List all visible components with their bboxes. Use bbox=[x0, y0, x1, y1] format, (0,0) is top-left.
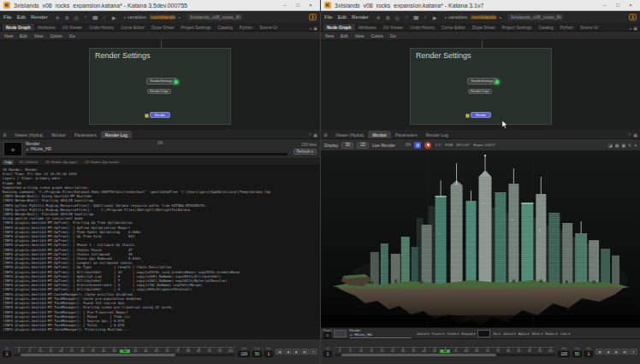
menu-item[interactable]: Render bbox=[352, 15, 369, 20]
message-badge[interactable]: 1 bbox=[629, 14, 637, 21]
log-subtab[interactable]: 2D Nodes (by name) bbox=[82, 160, 121, 165]
main-tab[interactable]: Dope Sheet bbox=[148, 24, 177, 31]
footer-dropdown[interactable]: Color ▾ bbox=[560, 332, 570, 336]
loop-button[interactable]: ↻ bbox=[310, 349, 317, 355]
main-tab[interactable]: Python bbox=[236, 24, 257, 31]
main-tab[interactable]: UV Viewer bbox=[380, 24, 407, 31]
go-start-button[interactable]: |◀ bbox=[276, 349, 283, 355]
flipbook-icon[interactable]: ↻ bbox=[628, 143, 631, 148]
search-icon[interactable]: ◎ bbox=[394, 15, 401, 21]
footer-dropdown[interactable]: default ▾ bbox=[503, 332, 515, 336]
play-button[interactable]: ▶ bbox=[613, 349, 620, 355]
in-frame-field[interactable]: 1 bbox=[323, 351, 332, 357]
timeline-scrollbar[interactable] bbox=[335, 354, 555, 356]
nodegraph-menu-item[interactable]: Edit bbox=[20, 33, 27, 38]
nodegraph-menu-item[interactable]: Go bbox=[69, 33, 75, 38]
footer-dropdown[interactable]: default ▾ bbox=[417, 332, 429, 336]
log-subtab[interactable]: Log bbox=[3, 160, 14, 165]
snapshot-icon[interactable]: ▣ bbox=[622, 143, 626, 148]
step-back-button[interactable]: ◀ bbox=[604, 349, 612, 355]
variables-dropdown[interactable]: ▾ variables: numIslands ▾ bbox=[124, 15, 181, 20]
footer-dropdown[interactable]: Expand ▾ bbox=[462, 332, 476, 336]
live-render-label[interactable]: Live Render bbox=[372, 143, 395, 148]
up-arrow-icon[interactable]: ↑ bbox=[82, 15, 90, 21]
pane-tab[interactable]: Monitor bbox=[47, 131, 70, 138]
slash-icon[interactable]: ∕ bbox=[101, 15, 109, 21]
nodegraph-menu-item[interactable]: New bbox=[325, 33, 334, 38]
in-frame-field[interactable]: 1 bbox=[3, 351, 11, 357]
play-icon[interactable]: ▶ bbox=[110, 15, 118, 21]
up-arrow-icon[interactable]: ↑ bbox=[403, 15, 411, 21]
pane-tab[interactable]: Parameters bbox=[70, 131, 101, 138]
step-back-button[interactable]: ◀ bbox=[284, 349, 292, 355]
fstop-field[interactable]: f/8 0.00* bbox=[456, 143, 470, 147]
current-frame-field[interactable]: 50 bbox=[572, 351, 582, 357]
rendersettings-node[interactable]: RenderSettings bbox=[467, 78, 497, 85]
refresh-button[interactable]: Refresh ▾ bbox=[293, 149, 317, 155]
log-subtab[interactable]: 2D Nodes (by type) bbox=[43, 160, 80, 165]
gear-icon[interactable]: ⚙ bbox=[384, 15, 392, 21]
nodegraph-menu-item[interactable]: View bbox=[355, 33, 364, 38]
main-tab[interactable]: Node Graph bbox=[3, 24, 34, 31]
render-thumbnail[interactable]: ◆ bbox=[3, 142, 22, 156]
phone-icon[interactable]: ☎ bbox=[412, 15, 420, 21]
titlebar[interactable]: K 3xIslands_v08_rocks_expansion.katana* … bbox=[321, 0, 640, 11]
go-end-button[interactable]: ▶| bbox=[301, 349, 309, 355]
front-thumbnail[interactable] bbox=[334, 330, 347, 338]
pane-tab[interactable]: Monitor bbox=[368, 131, 391, 138]
pane-collapse-icon[interactable]: ^ bbox=[629, 132, 631, 138]
main-tab[interactable]: Dope Sheet bbox=[469, 24, 498, 31]
plus-icon[interactable]: ✛ bbox=[375, 15, 382, 21]
pause-button[interactable] bbox=[414, 142, 421, 149]
message-badge[interactable]: 1 bbox=[309, 14, 317, 21]
main-tab[interactable]: UV Viewer bbox=[59, 24, 86, 31]
pane-tab[interactable]: Render Log bbox=[101, 131, 132, 138]
render-node[interactable]: Render bbox=[471, 112, 491, 118]
pane-collapse-icon[interactable]: ^ bbox=[309, 132, 311, 138]
close-button[interactable]: × bbox=[305, 1, 317, 10]
footer-dropdown[interactable]: Alpha ▾ bbox=[519, 332, 530, 336]
render-log-output[interactable]: 3D Render: RenderStart Time: Fri Dec 13 … bbox=[0, 166, 320, 338]
loop-button[interactable]: ↻ bbox=[630, 349, 637, 355]
compare-icon[interactable]: ◪ bbox=[608, 143, 613, 148]
out-frame-field[interactable]: 100 bbox=[558, 351, 570, 357]
monitor-viewport[interactable] bbox=[321, 151, 640, 327]
pane-tab[interactable]: Viewer (Hydra) bbox=[331, 131, 368, 138]
main-tab[interactable]: Project Settings bbox=[177, 24, 214, 31]
pane-split-icon[interactable]: ▣ bbox=[313, 132, 317, 138]
pane-tab[interactable]: Render Log bbox=[422, 131, 453, 138]
pane-float-icon[interactable]: ▣ bbox=[313, 26, 317, 31]
variables-dropdown[interactable]: ▾ variables: numIslands ▾ bbox=[445, 15, 501, 20]
nodegraph-menu-item[interactable]: Colors bbox=[50, 33, 62, 38]
renderoutputdefine-node[interactable]: RenderOutputDefine bbox=[468, 89, 492, 94]
exposure-field[interactable]: Expos 100%* bbox=[473, 143, 495, 147]
footer-dropdown[interactable]: White ▾ bbox=[531, 332, 542, 336]
monitor-menu-icon[interactable]: ▾ bbox=[634, 143, 637, 148]
increment-field[interactable]: 1 bbox=[264, 351, 273, 357]
display-3d-button[interactable]: 3D bbox=[341, 142, 353, 149]
main-tab[interactable]: Curve Editor bbox=[117, 24, 148, 31]
scene-name-button[interactable]: 3xIslands_v08_rocks_Ri bbox=[187, 14, 243, 21]
menu-item[interactable]: File bbox=[3, 15, 12, 20]
footer-dropdown[interactable]: Visible ▾ bbox=[447, 332, 459, 336]
node-graph-canvas[interactable]: Render Settings RenderSettings RenderOut… bbox=[0, 40, 320, 130]
nodegraph-menu-item[interactable]: Go bbox=[390, 33, 396, 38]
scrollbar-thumb[interactable] bbox=[341, 354, 496, 356]
rendersettings-node[interactable]: RenderSettings bbox=[146, 78, 176, 85]
scene-name-button[interactable]: 3xIslands_v08_rocks_Ri bbox=[507, 14, 564, 21]
current-frame-field[interactable]: 50 bbox=[252, 351, 262, 357]
phone-icon[interactable]: ☎ bbox=[92, 15, 99, 21]
frame-ruler[interactable]: 0510152025303540455055606570758085909510… bbox=[14, 347, 235, 356]
frame-ruler[interactable]: 0510152025303540455055606570758085909510… bbox=[335, 347, 555, 356]
nodegraph-menu-item[interactable]: Colors bbox=[370, 33, 382, 38]
pane-menu-icon[interactable]: ⚙ bbox=[3, 132, 7, 138]
menu-item[interactable]: File bbox=[324, 15, 333, 20]
nodegraph-menu-item[interactable]: View bbox=[34, 33, 44, 38]
view-led-icon[interactable] bbox=[175, 80, 178, 84]
main-tab[interactable]: Catalog bbox=[214, 24, 235, 31]
out-frame-field[interactable]: 100 bbox=[238, 351, 250, 357]
node-graph-canvas[interactable]: Render Settings RenderSettings RenderOut… bbox=[321, 40, 640, 130]
view-led-icon[interactable] bbox=[495, 80, 499, 84]
render-node[interactable]: Render bbox=[150, 112, 170, 118]
log-subtab[interactable]: 3D (Global) bbox=[16, 160, 40, 165]
